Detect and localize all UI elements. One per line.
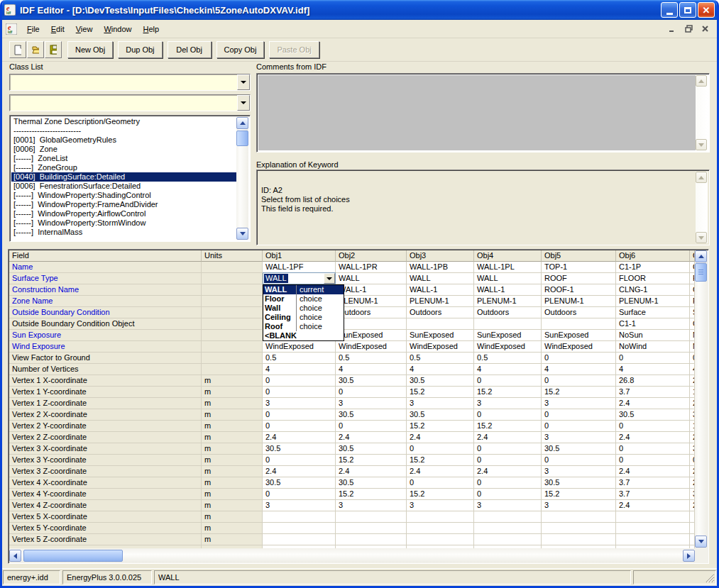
menu-window[interactable]: Window [98, 22, 137, 36]
grid-cell[interactable]: N [690, 341, 695, 353]
grid-cell[interactable]: 2.4 [336, 432, 407, 443]
grid-cell[interactable]: 3 [407, 500, 474, 511]
save-file-button[interactable] [45, 41, 62, 58]
open-file-button[interactable] [27, 41, 44, 58]
grid-cell[interactable]: 30.5 [407, 409, 474, 421]
class-filter-combo-2-dropdown-button[interactable] [237, 95, 250, 111]
class-filter-combo-1-dropdown-button[interactable] [237, 74, 250, 90]
grid-cell[interactable]: Outdoors [542, 307, 616, 318]
grid-cell[interactable]: 15.2 [336, 489, 407, 500]
grid-cell[interactable]: WALL-1 [336, 284, 407, 296]
grid-cell[interactable]: 0 [616, 455, 690, 466]
grid-cell[interactable]: 15.2 [542, 489, 616, 500]
grid-cell[interactable]: 0 [690, 353, 695, 364]
minimize-button[interactable] [661, 2, 678, 18]
grid-cell[interactable]: 0 [263, 421, 336, 432]
grid-cell[interactable]: 15.2 [407, 387, 474, 398]
grid-cell[interactable]: 15.2 [474, 421, 542, 432]
grid-cell[interactable] [263, 523, 336, 534]
grid-cell[interactable]: 2 [690, 466, 695, 477]
grid-cell[interactable]: PLENUM-1 [474, 296, 542, 307]
grid-cell[interactable]: C [690, 284, 695, 296]
grid-cell[interactable] [263, 534, 336, 545]
grid-cell[interactable]: 3 [336, 500, 407, 511]
grid-cell[interactable]: 3 [690, 443, 695, 455]
grid-cell[interactable]: 0 [616, 421, 690, 432]
dropdown-option[interactable]: Roofchoice [263, 322, 344, 331]
grid-cell[interactable]: 30.5 [336, 409, 407, 421]
grid-cell[interactable]: Outdoors [407, 307, 474, 318]
grid-cell[interactable]: 30.5 [407, 375, 474, 387]
class-list-item[interactable]: [------] ZoneList [11, 154, 236, 163]
grid-cell[interactable]: 0.5 [336, 353, 407, 364]
class-list-item[interactable]: [------] WindowProperty:ShadingControl [11, 191, 236, 200]
class-list-item[interactable]: [------] ZoneGroup [11, 163, 236, 172]
grid-cell[interactable]: 3.7 [616, 387, 690, 398]
class-list-item[interactable]: [0006] Zone [11, 145, 236, 154]
grid-cell[interactable] [407, 511, 474, 523]
grid-cell[interactable]: 30.5 [263, 477, 336, 489]
grid-cell[interactable]: PLENUM-1 [542, 296, 616, 307]
grid-cell[interactable]: WALL-1 [407, 284, 474, 296]
grid-cell[interactable]: 15.2 [336, 455, 407, 466]
grid-cell[interactable]: 2.4 [616, 466, 690, 477]
grid-cell[interactable]: 4 [690, 364, 695, 375]
grid-cell[interactable]: 0 [336, 421, 407, 432]
grid-cell[interactable]: WALL [336, 273, 407, 284]
mdi-minimize-button[interactable] [666, 23, 679, 34]
dropdown-option[interactable]: Wallchoice [263, 304, 344, 313]
dropdown-option[interactable]: Floorchoice [263, 294, 344, 304]
grid-cell[interactable]: WALL-1PB [407, 262, 474, 273]
grid-cell[interactable]: 2.4 [474, 432, 542, 443]
grid-cell[interactable]: 4 [407, 364, 474, 375]
grid-cell[interactable]: C1-1P [616, 262, 690, 273]
grid-cell[interactable]: 30.5 [542, 477, 616, 489]
grid-cell[interactable]: 3 [690, 489, 695, 500]
grid-cell[interactable]: 2.4 [263, 466, 336, 477]
grid-cell[interactable] [690, 523, 695, 534]
grid-cell[interactable]: 2 [690, 375, 695, 387]
grid-cell[interactable]: 4 [542, 364, 616, 375]
grid-cell[interactable]: WALL-1 [474, 284, 542, 296]
grid-cell[interactable]: 15.2 [542, 387, 616, 398]
class-list-item[interactable]: [0001] GlobalGeometryRules [11, 135, 236, 145]
grid-cell[interactable]: 2.4 [616, 500, 690, 511]
grid-cell[interactable]: 0 [407, 443, 474, 455]
grid-cell[interactable]: WALL-1PR [336, 262, 407, 273]
grid-cell[interactable]: 4 [616, 364, 690, 375]
scroll-up-button[interactable] [236, 117, 248, 129]
grid-cell[interactable]: ROOF [542, 273, 616, 284]
grid-cell[interactable]: 2.4 [474, 466, 542, 477]
grid-cell[interactable] [542, 534, 616, 545]
mdi-close-button[interactable] [699, 23, 711, 34]
grid-cell[interactable]: 3 [263, 500, 336, 511]
menu-view[interactable]: View [70, 22, 99, 36]
grid-cell[interactable]: CLNG-1 [616, 284, 690, 296]
scroll-left-button[interactable] [9, 550, 21, 562]
surface-type-combo[interactable]: WALL [263, 272, 336, 284]
class-list-scrollbar[interactable] [236, 117, 248, 240]
scroll-right-button[interactable] [683, 550, 695, 562]
grid-vertical-scrollbar[interactable] [695, 250, 707, 548]
maximize-button[interactable] [679, 2, 696, 18]
copy-obj-button[interactable]: Copy Obj [216, 41, 265, 58]
grid-cell[interactable]: 0 [542, 409, 616, 421]
grid-cell[interactable] [407, 318, 474, 330]
menu-help[interactable]: Help [138, 22, 165, 36]
mdi-restore-button[interactable] [683, 23, 695, 34]
grid-cell[interactable]: 1 [690, 421, 695, 432]
grid-cell[interactable] [690, 511, 695, 523]
grid-cell[interactable]: P [690, 296, 695, 307]
grid-cell[interactable]: 0.5 [263, 353, 336, 364]
grid-cell[interactable]: 0.5 [407, 353, 474, 364]
grid-cell[interactable]: 30.5 [336, 443, 407, 455]
grid-cell[interactable]: 3.7 [616, 489, 690, 500]
grid-cell[interactable]: 0 [263, 409, 336, 421]
grid-cell[interactable]: 0 [407, 477, 474, 489]
grid-cell[interactable]: 0 [690, 455, 695, 466]
grid-cell[interactable]: F [690, 273, 695, 284]
grid-cell[interactable] [616, 523, 690, 534]
grid-cell[interactable]: 4 [336, 364, 407, 375]
grid-cell[interactable]: PLENUM-1 [336, 296, 407, 307]
grid-cell[interactable]: 26.8 [616, 375, 690, 387]
